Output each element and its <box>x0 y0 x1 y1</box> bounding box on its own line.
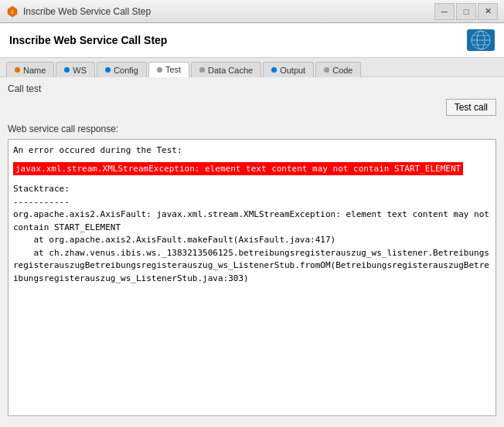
globe-icon <box>467 29 495 51</box>
tab-test-label: Test <box>165 65 181 74</box>
stacktrace-section: Stacktrace: ----------- org.apache.axis2… <box>13 183 491 285</box>
tab-bar: Name WS Config Test Data Cache Output Co… <box>0 58 504 77</box>
title-bar-title: Inscribe Web Service Call Step <box>23 6 151 17</box>
stacktrace-line-1: at org.apache.axis2.AxisFault.makeFault(… <box>13 234 491 247</box>
tab-code-label: Code <box>332 66 352 75</box>
response-label: Web service call response: <box>8 124 496 134</box>
tab-config-dot <box>105 67 111 73</box>
app-header-title: Inscribe Web Service Call Step <box>9 34 167 46</box>
tab-datacache-label: Data Cache <box>208 66 253 75</box>
tab-config[interactable]: Config <box>97 62 147 77</box>
tab-test-dot <box>157 67 162 73</box>
stacktrace-divider: ----------- <box>13 196 491 209</box>
tab-name[interactable]: Name <box>6 62 54 77</box>
app-icon: i <box>6 5 19 18</box>
test-call-row: Test call <box>8 99 496 116</box>
tab-test[interactable]: Test <box>148 62 189 77</box>
maximize-button[interactable]: □ <box>456 3 476 20</box>
tab-datacache[interactable]: Data Cache <box>191 62 261 77</box>
call-test-label: Call test <box>8 83 496 94</box>
svg-text:i: i <box>12 9 13 15</box>
tab-name-dot <box>15 67 20 73</box>
error-highlight-block: javax.xml.stream.XMLStreamException: ele… <box>13 162 491 176</box>
tab-name-label: Name <box>23 66 46 75</box>
close-button[interactable]: ✕ <box>478 3 498 20</box>
tab-output-label: Output <box>280 66 305 75</box>
stacktrace-line-2: at ch.zhaw.venus.ibis.ws._1383213506125.… <box>13 247 491 286</box>
tab-datacache-dot <box>199 67 205 73</box>
tab-output-dot <box>271 67 277 73</box>
tab-config-label: Config <box>114 66 138 75</box>
title-bar-controls: ─ □ ✕ <box>434 3 498 20</box>
tab-code-dot <box>324 67 329 73</box>
stacktrace-label: Stacktrace: <box>13 183 491 196</box>
tab-output[interactable]: Output <box>263 62 314 77</box>
title-bar: i Inscribe Web Service Call Step ─ □ ✕ <box>0 0 504 23</box>
error-header: An error occured during the Test: <box>13 144 491 158</box>
tab-ws[interactable]: WS <box>56 62 95 77</box>
tab-ws-label: WS <box>73 66 87 75</box>
test-call-button[interactable]: Test call <box>446 99 496 116</box>
error-highlight-text: javax.xml.stream.XMLStreamException: ele… <box>13 162 463 175</box>
stacktrace-line-0: org.apache.axis2.AxisFault: javax.xml.st… <box>13 208 491 234</box>
app-header: Inscribe Web Service Call Step <box>0 23 504 58</box>
title-bar-left: i Inscribe Web Service Call Step <box>6 5 151 18</box>
tab-ws-dot <box>64 67 70 73</box>
tab-code[interactable]: Code <box>315 62 361 77</box>
content-area: Call test Test call Web service call res… <box>0 77 504 421</box>
minimize-button[interactable]: ─ <box>434 3 455 20</box>
error-output-box[interactable]: An error occured during the Test: javax.… <box>8 139 496 416</box>
